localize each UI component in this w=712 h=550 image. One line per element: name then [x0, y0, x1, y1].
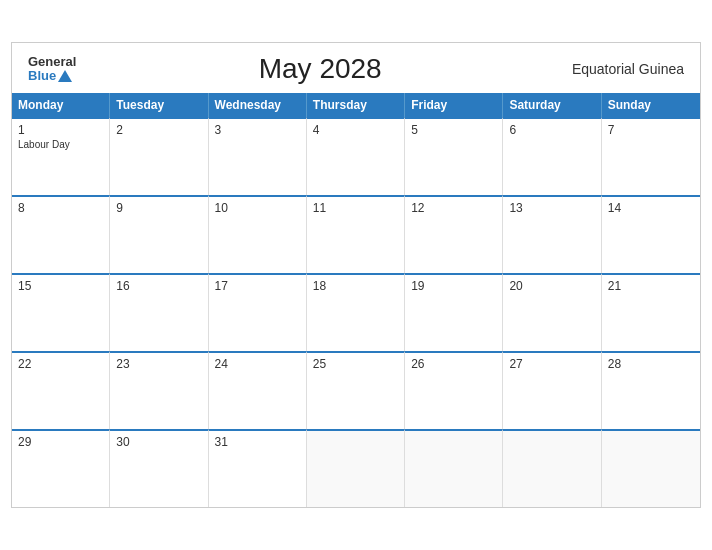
- day-number: 4: [313, 123, 398, 137]
- day-cell: 29: [12, 429, 110, 507]
- day-cell: 14: [602, 195, 700, 273]
- day-number: 12: [411, 201, 496, 215]
- country-label: Equatorial Guinea: [564, 61, 684, 77]
- day-cell: 23: [110, 351, 208, 429]
- logo-blue-text: Blue: [28, 69, 72, 83]
- logo-general-text: General: [28, 55, 76, 69]
- day-header-thursday: Thursday: [307, 93, 405, 117]
- days-header: MondayTuesdayWednesdayThursdayFridaySatu…: [12, 93, 700, 117]
- day-cell: 25: [307, 351, 405, 429]
- day-cell: 27: [503, 351, 601, 429]
- day-number: 10: [215, 201, 300, 215]
- day-number: 3: [215, 123, 300, 137]
- day-header-saturday: Saturday: [503, 93, 601, 117]
- day-number: 19: [411, 279, 496, 293]
- day-number: 7: [608, 123, 694, 137]
- day-cell: 24: [209, 351, 307, 429]
- day-number: 28: [608, 357, 694, 371]
- day-cell: 15: [12, 273, 110, 351]
- day-cell: 20: [503, 273, 601, 351]
- day-cell: 16: [110, 273, 208, 351]
- day-header-wednesday: Wednesday: [209, 93, 307, 117]
- day-cell: 11: [307, 195, 405, 273]
- day-number: 25: [313, 357, 398, 371]
- day-number: 24: [215, 357, 300, 371]
- day-number: 30: [116, 435, 201, 449]
- day-cell: 12: [405, 195, 503, 273]
- logo: General Blue: [28, 55, 76, 84]
- day-cell: [602, 429, 700, 507]
- day-cell: 13: [503, 195, 601, 273]
- day-number: 8: [18, 201, 103, 215]
- day-cell: 7: [602, 117, 700, 195]
- day-number: 31: [215, 435, 300, 449]
- day-number: 27: [509, 357, 594, 371]
- day-number: 22: [18, 357, 103, 371]
- day-cell: [503, 429, 601, 507]
- day-number: 18: [313, 279, 398, 293]
- day-cell: 2: [110, 117, 208, 195]
- day-number: 17: [215, 279, 300, 293]
- calendar-container: General Blue May 2028 Equatorial Guinea …: [11, 42, 701, 508]
- day-event: Labour Day: [18, 139, 103, 150]
- day-number: 13: [509, 201, 594, 215]
- day-cell: [307, 429, 405, 507]
- day-cell: 1Labour Day: [12, 117, 110, 195]
- day-cell: 9: [110, 195, 208, 273]
- day-cell: 3: [209, 117, 307, 195]
- day-cell: 5: [405, 117, 503, 195]
- day-cell: 30: [110, 429, 208, 507]
- day-cell: 31: [209, 429, 307, 507]
- day-cell: 6: [503, 117, 601, 195]
- day-number: 14: [608, 201, 694, 215]
- day-header-monday: Monday: [12, 93, 110, 117]
- calendar-grid: 1Labour Day23456789101112131415161718192…: [12, 117, 700, 507]
- calendar-header: General Blue May 2028 Equatorial Guinea: [12, 43, 700, 93]
- day-number: 23: [116, 357, 201, 371]
- day-header-friday: Friday: [405, 93, 503, 117]
- day-number: 11: [313, 201, 398, 215]
- day-number: 6: [509, 123, 594, 137]
- day-cell: 18: [307, 273, 405, 351]
- day-number: 5: [411, 123, 496, 137]
- day-cell: [405, 429, 503, 507]
- day-cell: 28: [602, 351, 700, 429]
- day-cell: 26: [405, 351, 503, 429]
- day-cell: 19: [405, 273, 503, 351]
- day-cell: 10: [209, 195, 307, 273]
- day-cell: 17: [209, 273, 307, 351]
- day-header-tuesday: Tuesday: [110, 93, 208, 117]
- day-number: 29: [18, 435, 103, 449]
- day-number: 20: [509, 279, 594, 293]
- day-number: 9: [116, 201, 201, 215]
- day-number: 15: [18, 279, 103, 293]
- day-cell: 4: [307, 117, 405, 195]
- day-number: 16: [116, 279, 201, 293]
- logo-triangle-icon: [58, 70, 72, 82]
- day-number: 26: [411, 357, 496, 371]
- day-cell: 22: [12, 351, 110, 429]
- day-cell: 8: [12, 195, 110, 273]
- month-title: May 2028: [76, 53, 564, 85]
- day-header-sunday: Sunday: [602, 93, 700, 117]
- day-number: 21: [608, 279, 694, 293]
- day-number: 1: [18, 123, 103, 137]
- day-number: 2: [116, 123, 201, 137]
- day-cell: 21: [602, 273, 700, 351]
